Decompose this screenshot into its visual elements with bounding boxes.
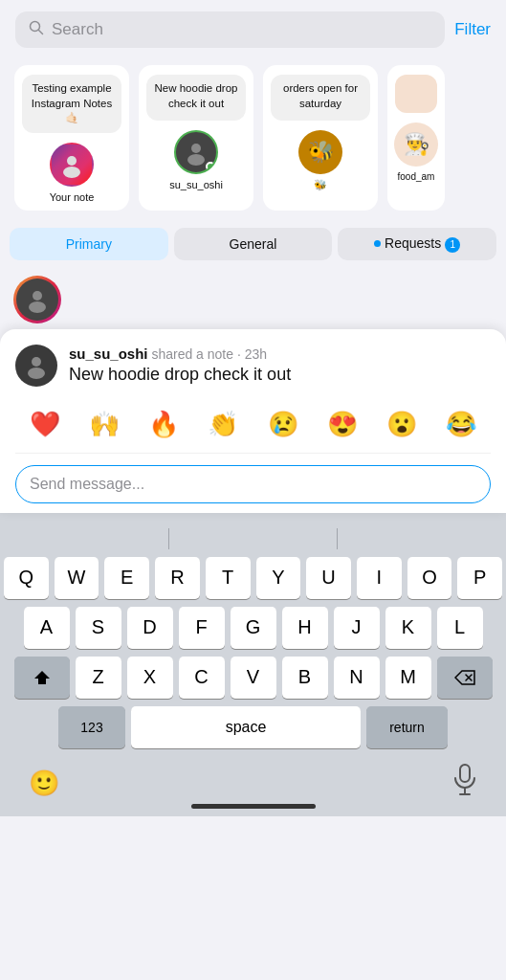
note-bubble-bee: orders open for saturday: [271, 75, 370, 121]
filter-button[interactable]: Filter: [454, 20, 491, 39]
tab-primary[interactable]: Primary: [10, 228, 168, 260]
inbox-tabs: Primary General Requests1: [0, 220, 506, 268]
note-card-your-note[interactable]: Testing example Instagram Notes 🤙🏻 Your …: [14, 65, 129, 211]
key-row-4: 123 space return: [4, 706, 502, 754]
key-row-2: A S D F G H J K L: [4, 607, 502, 649]
search-input-wrapper[interactable]: Search: [15, 11, 445, 48]
key-u[interactable]: U: [306, 557, 351, 599]
key-s[interactable]: S: [76, 607, 121, 649]
key-r[interactable]: R: [155, 557, 200, 599]
sheet-meta: shared a note · 23h: [148, 346, 268, 362]
key-x[interactable]: X: [127, 657, 173, 699]
emoji-heart[interactable]: ❤️: [28, 408, 62, 441]
username-food: food_am: [398, 171, 435, 182]
keyboard-area: Q W E R T Y U I O P A S D F G H J K L: [0, 513, 506, 816]
svg-point-9: [28, 368, 45, 379]
key-g[interactable]: G: [231, 607, 276, 649]
svg-line-1: [39, 31, 43, 34]
key-w[interactable]: W: [55, 557, 99, 599]
key-k[interactable]: K: [385, 607, 431, 649]
key-v[interactable]: V: [231, 657, 276, 699]
search-icon: [29, 20, 44, 39]
key-o[interactable]: O: [407, 557, 452, 599]
message-input[interactable]: [30, 476, 476, 493]
svg-point-5: [187, 154, 205, 166]
sheet-username: su_su_oshi: [69, 345, 148, 362]
key-shift[interactable]: [14, 657, 70, 699]
svg-point-3: [63, 167, 80, 178]
microphone-icon[interactable]: [452, 764, 477, 803]
key-p[interactable]: P: [457, 557, 502, 599]
username-su-su-oshi: su_su_oshi: [169, 179, 223, 190]
svg-point-4: [191, 144, 201, 153]
note-bubble-su-su-oshi: New hoodie drop check it out: [146, 75, 246, 121]
key-123[interactable]: 123: [58, 706, 125, 748]
key-t[interactable]: T: [206, 557, 251, 599]
note-card-su-su-oshi[interactable]: New hoodie drop check it out su_su_oshi: [139, 65, 253, 211]
dm-avatar-inner: [16, 278, 58, 321]
key-c[interactable]: C: [179, 657, 225, 699]
bottom-bar: 🙂: [0, 754, 506, 816]
svg-point-8: [32, 357, 41, 367]
emoji-keyboard-icon[interactable]: 🙂: [29, 768, 59, 798]
avatar-su-su-oshi: [174, 130, 218, 174]
emoji-reactions-row: ❤️ 🙌 🔥 👏 😢 😍 😮 😂: [15, 398, 491, 454]
key-return[interactable]: return: [366, 706, 448, 748]
divider-2: [337, 528, 338, 549]
search-placeholder-text: Search: [52, 20, 103, 39]
key-e[interactable]: E: [104, 557, 149, 599]
key-row-3: Z X C V B N M: [4, 657, 502, 699]
sheet-header-text: su_su_oshi shared a note · 23h New hoodi…: [69, 345, 291, 385]
dm-preview[interactable]: [0, 268, 506, 323]
notes-row: Testing example Instagram Notes 🤙🏻 Your …: [0, 59, 506, 220]
key-space[interactable]: space: [131, 706, 361, 748]
key-i[interactable]: I: [357, 557, 402, 599]
requests-badge: 1: [445, 237, 460, 253]
key-l[interactable]: L: [437, 607, 483, 649]
keyboard-suggestion-row: [0, 523, 506, 557]
emoji-fire[interactable]: 🔥: [146, 408, 181, 441]
emoji-surprised[interactable]: 😮: [385, 408, 419, 441]
message-input-wrapper[interactable]: [15, 465, 491, 503]
emoji-raised-hands[interactable]: 🙌: [87, 408, 121, 441]
emoji-cry[interactable]: 😢: [266, 408, 300, 441]
username-bee: 🐝: [314, 179, 327, 191]
emoji-clap[interactable]: 👏: [206, 408, 240, 441]
svg-point-6: [33, 291, 42, 301]
key-b[interactable]: B: [282, 657, 328, 699]
key-q[interactable]: Q: [4, 557, 49, 599]
tab-general[interactable]: General: [174, 228, 333, 260]
sheet-avatar: [15, 345, 57, 387]
note-bubble-your-note: Testing example Instagram Notes 🤙🏻: [22, 75, 121, 133]
avatar-bee: 🐝: [298, 130, 342, 174]
sheet-header: su_su_oshi shared a note · 23h New hoodi…: [15, 345, 491, 387]
key-z[interactable]: Z: [76, 657, 121, 699]
bottom-sheet: su_su_oshi shared a note · 23h New hoodi…: [0, 329, 506, 513]
home-indicator: [191, 804, 316, 809]
key-j[interactable]: J: [334, 607, 380, 649]
key-backspace[interactable]: [437, 657, 493, 699]
avatar-your-note: [50, 143, 94, 187]
emoji-laughing[interactable]: 😂: [444, 408, 478, 441]
tab-requests[interactable]: Requests1: [338, 228, 496, 260]
key-h[interactable]: H: [282, 607, 328, 649]
keyboard-rows: Q W E R T Y U I O P A S D F G H J K L: [0, 557, 506, 754]
search-bar: Search Filter: [0, 0, 506, 59]
key-n[interactable]: N: [334, 657, 380, 699]
key-row-1: Q W E R T Y U I O P: [4, 557, 502, 599]
dm-avatar-ring: [13, 276, 61, 323]
divider-1: [168, 528, 169, 549]
note-card-bee[interactable]: orders open for saturday 🐝 🐝: [263, 65, 378, 211]
note-bubble-food: [395, 75, 437, 113]
emoji-heart-eyes[interactable]: 😍: [325, 408, 360, 441]
key-d[interactable]: D: [127, 607, 173, 649]
requests-dot-icon: [374, 240, 381, 247]
key-m[interactable]: M: [385, 657, 431, 699]
key-f[interactable]: F: [179, 607, 225, 649]
avatar-food: 👨‍🍳: [394, 122, 438, 167]
note-card-food[interactable]: 👨‍🍳 food_am: [387, 65, 445, 211]
username-your-note: Your note: [50, 191, 95, 203]
key-a[interactable]: A: [24, 607, 70, 649]
svg-point-7: [29, 301, 46, 313]
key-y[interactable]: Y: [256, 557, 301, 599]
